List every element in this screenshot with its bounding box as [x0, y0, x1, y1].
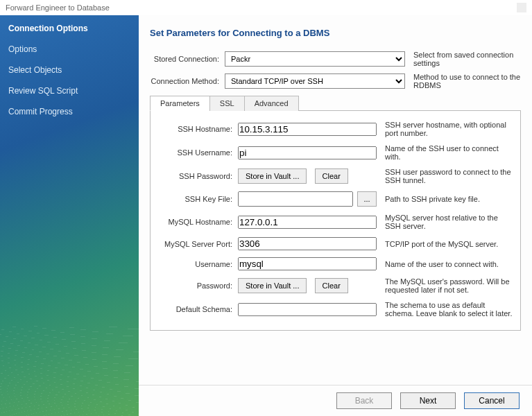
default-schema-label: Default Schema: [156, 305, 232, 313]
connection-method-hint: Method to use to connect to the RDBMS [413, 73, 521, 89]
ssh-password-clear-button[interactable]: Clear [315, 168, 348, 184]
stored-connection-hint: Select from saved connection settings [413, 51, 521, 67]
mysql-port-label: MySQL Server Port: [156, 240, 232, 248]
mysql-hostname-label: MySQL Hostname: [156, 218, 232, 226]
window-title: Forward Engineer to Database [6, 3, 110, 12]
wizard-sidebar: Connection Options Options Select Object… [0, 15, 139, 416]
tab-label: Advanced [255, 99, 289, 107]
password-hint: The MySQL user's password. Will be reque… [385, 277, 515, 294]
ssh-password-hint: SSH user password to connect to the SSH … [385, 168, 515, 184]
username-label: Username: [156, 260, 232, 268]
ssh-password-store-button[interactable]: Store in Vault ... [238, 168, 307, 184]
sidebar-item-label: Connection Options [8, 24, 88, 33]
close-icon[interactable] [517, 3, 526, 12]
param-tabs: Parameters SSL Advanced [150, 95, 521, 111]
ssh-keyfile-browse-button[interactable]: ... [357, 191, 377, 207]
sidebar-item-label: Select Objects [8, 65, 62, 75]
tab-parameters[interactable]: Parameters [150, 96, 210, 111]
password-clear-button[interactable]: Clear [315, 278, 348, 293]
titlebar: Forward Engineer to Database [0, 0, 532, 15]
ssh-username-input[interactable] [238, 146, 377, 159]
tab-label: Parameters [160, 99, 200, 107]
connection-method-label: Connection Method: [150, 77, 219, 85]
main-panel: Set Parameters for Connecting to a DBMS … [139, 15, 532, 416]
username-input[interactable] [238, 257, 377, 270]
ssh-keyfile-hint: Path to SSH private key file. [385, 195, 515, 203]
connection-method-select[interactable]: Standard TCP/IP over SSH [225, 73, 405, 89]
stored-connection-select[interactable]: Packr [225, 51, 405, 67]
ssh-password-label: SSH Password: [156, 172, 232, 180]
mysql-port-hint: TCP/IP port of the MySQL server. [385, 240, 515, 248]
cancel-button[interactable]: Cancel [464, 392, 520, 409]
parameters-panel: SSH Hostname: SSH server hostname, with … [150, 111, 521, 331]
next-button[interactable]: Next [400, 392, 456, 409]
ssh-username-label: SSH Username: [156, 148, 232, 157]
ssh-keyfile-label: SSH Key File: [156, 195, 232, 203]
sidebar-item-label: Review SQL Script [8, 86, 78, 96]
ssh-keyfile-input[interactable] [238, 191, 353, 207]
page-title: Set Parameters for Connecting to a DBMS [150, 28, 521, 38]
mysql-port-input[interactable] [238, 237, 377, 250]
tab-advanced[interactable]: Advanced [244, 96, 299, 111]
stored-connection-label: Stored Connection: [150, 55, 219, 63]
sidebar-item-options[interactable]: Options [0, 39, 139, 60]
ssh-hostname-hint: SSH server hostname, with optional port … [385, 121, 515, 137]
default-schema-hint: The schema to use as default schema. Lea… [385, 301, 515, 318]
mysql-hostname-hint: MySQL server host relative to the SSH se… [385, 214, 515, 230]
wizard-footer: Back Next Cancel [139, 385, 532, 416]
tab-label: SSL [220, 99, 234, 107]
sidebar-item-select-objects[interactable]: Select Objects [0, 60, 139, 80]
ssh-username-hint: Name of the SSH user to connect with. [385, 144, 515, 161]
sidebar-item-connection-options[interactable]: Connection Options [0, 18, 139, 39]
mysql-hostname-input[interactable] [238, 216, 377, 229]
back-button: Back [336, 392, 392, 409]
sidebar-item-label: Options [8, 44, 37, 54]
ssh-hostname-input[interactable] [238, 123, 377, 136]
username-hint: Name of the user to connect with. [385, 260, 515, 268]
password-label: Password: [156, 281, 232, 290]
default-schema-input[interactable] [238, 303, 377, 316]
sidebar-item-review-sql-script[interactable]: Review SQL Script [0, 80, 139, 101]
decorative-swoosh [0, 326, 139, 416]
password-store-button[interactable]: Store in Vault ... [238, 278, 307, 293]
sidebar-item-label: Commit Progress [8, 107, 73, 116]
tab-ssl[interactable]: SSL [209, 96, 245, 111]
ssh-hostname-label: SSH Hostname: [156, 125, 232, 133]
sidebar-item-commit-progress[interactable]: Commit Progress [0, 101, 139, 122]
